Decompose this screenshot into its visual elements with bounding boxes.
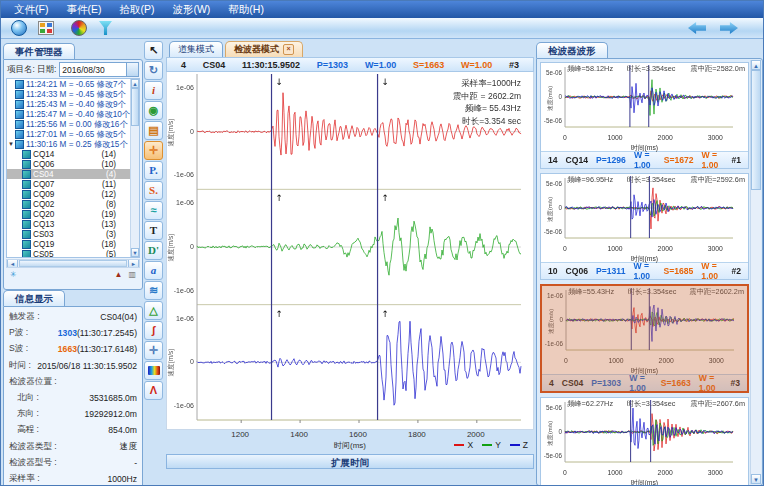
detector-item[interactable]: CQ19(18) — [7, 239, 130, 249]
detector-card[interactable]: 频峰=58.12Hz时长=3.354sec震中距=2582.0m5e-060-5… — [540, 62, 749, 169]
detector-count: (11) — [102, 180, 116, 189]
crosshair-tool-button[interactable]: ✛ — [144, 341, 163, 360]
info-row: P波 :1303(11:30:17.2545) — [7, 325, 139, 341]
x-tick-label: 0 — [563, 245, 567, 252]
tab-gather-mode[interactable]: 道集模式 — [169, 41, 223, 57]
menu-item-help[interactable]: 帮助(H) — [219, 1, 273, 18]
filter-icon — [99, 21, 112, 35]
menu-item-file[interactable]: 文件(F) — [5, 1, 57, 18]
multitrace-tool-button[interactable]: ≋ — [144, 281, 163, 300]
d-phase-tool-button[interactable]: D' — [144, 241, 163, 260]
wiggle-tool-button[interactable]: ≈ — [144, 201, 163, 220]
rotate-tool-button[interactable]: ↻ — [144, 61, 163, 80]
detector-item[interactable]: CQ14(14) — [7, 149, 130, 159]
y-axis-label: 速度(m/s) — [167, 112, 176, 152]
print-tool-button[interactable]: ▤ — [144, 121, 163, 140]
detector-panel-scrollbar[interactable]: ▲ ▼ — [750, 60, 761, 484]
detector-item[interactable]: CQ02(8) — [7, 199, 130, 209]
event-tree-item[interactable]: 11:27:01 M = -0.65 修改5个 — [7, 129, 130, 139]
close-icon[interactable]: × — [283, 44, 294, 55]
status-refresh-icon[interactable]: ✳ — [10, 270, 17, 279]
collapse-caret-icon[interactable]: ▼ — [7, 141, 15, 147]
event-tree-item[interactable]: ▼11:30:16 M = 0.25 修改15个 — [7, 139, 130, 149]
trace-header-bar: 4CS0411:30:15.9502P=1303W=1.00S=1663W=1.… — [166, 57, 534, 72]
x-axis-ticks: 12001400160018002000 — [166, 430, 534, 440]
detector-item[interactable]: CQ06(10) — [7, 159, 130, 169]
status-delete-icon[interactable]: ▥ — [128, 270, 136, 279]
annotation-line: 频峰= 55.43Hz — [453, 102, 521, 115]
event-tree-item[interactable]: 11:25:43 M = -0.40 修改9个 — [7, 99, 130, 109]
pick-tool-button[interactable]: ✛ — [144, 141, 163, 160]
forward-arrow-button[interactable] — [720, 21, 740, 35]
scrollbar-thumb[interactable] — [131, 88, 139, 126]
event-tree-item[interactable]: 11:25:56 M = 0.00 修改16个 — [7, 119, 130, 129]
horizontal-scrollbar[interactable]: ◄ ► — [6, 259, 140, 268]
hscrollbar-thumb[interactable] — [19, 260, 127, 267]
trace-chart[interactable]: 采样率=1000Hz震中距 = 2602.2m频峰= 55.43Hz时长=3.3… — [166, 72, 534, 430]
detector-card[interactable]: 频峰=55.43Hz时长=3.354sec震中距=2602.2m1e-060-1… — [540, 284, 749, 393]
scroll-down-icon[interactable]: ▼ — [131, 248, 139, 257]
peak-tool-button[interactable]: △ — [144, 301, 163, 320]
detector-item[interactable]: CQ07(11) — [7, 179, 130, 189]
back-arrow-button[interactable] — [688, 21, 708, 35]
info-display-tab[interactable]: 信息显示 — [3, 290, 65, 306]
detector-item[interactable]: CQ20(19) — [7, 209, 130, 219]
event-tree-item[interactable]: 11:24:21 M = -0.65 修改7个 — [7, 79, 130, 89]
expand-time-button[interactable]: 扩展时间 — [166, 454, 534, 469]
event-tree-item[interactable]: 11:25:47 M = -0.40 修改10个 — [7, 109, 130, 119]
spectrogram-tool-button[interactable] — [144, 361, 163, 380]
scroll-left-icon[interactable]: ◄ — [7, 260, 18, 267]
detector-item[interactable]: CS05(5) — [7, 249, 130, 258]
colorwheel-button[interactable] — [66, 19, 91, 38]
curve-tool-button[interactable]: ʃ — [144, 321, 163, 340]
s-phase-tool-icon: S. — [149, 185, 158, 196]
detector-name: CQ20 — [33, 210, 54, 219]
tab-label: 检波器模式 — [234, 43, 279, 56]
wiggle-tool-icon: ≈ — [150, 205, 156, 216]
grid-button[interactable] — [33, 19, 58, 38]
scroll-down-icon[interactable]: ▼ — [751, 474, 761, 484]
tab-detector-mode[interactable]: 检波器模式× — [225, 41, 303, 57]
s-phase-tool-button[interactable]: S. — [144, 181, 163, 200]
filter-button[interactable] — [93, 19, 118, 38]
info-label: 检波器位置 : — [9, 376, 57, 388]
event-tree-item[interactable]: 11:24:33 M = -0.45 修改5个 — [7, 89, 130, 99]
info-label: 高程 : — [9, 424, 39, 436]
p-phase-tool-button[interactable]: P. — [144, 161, 163, 180]
info-value: - — [134, 458, 137, 468]
status-export-icon[interactable]: ▲ — [115, 270, 123, 279]
detector-item[interactable]: CS04(4) — [7, 169, 130, 179]
event-icon — [15, 120, 24, 129]
menu-item-event[interactable]: 事件(E) — [57, 1, 110, 18]
detector-count: (18) — [101, 240, 116, 249]
annotation-tool-button[interactable]: a — [144, 261, 163, 280]
detector-card[interactable]: 频峰=96.95Hz时长=3.354sec震中距=2592.6m5e-060-5… — [540, 173, 749, 280]
detector-item[interactable]: CS03(3) — [7, 229, 130, 239]
scroll-up-icon[interactable]: ▲ — [131, 79, 139, 88]
menu-item-pick[interactable]: 拾取(P) — [110, 1, 163, 18]
scrollbar-thumb[interactable] — [751, 70, 761, 190]
detector-waveforms-tab[interactable]: 检波器波形 — [536, 42, 608, 58]
info-value: 速度 — [120, 441, 137, 453]
info-tool-button[interactable]: i — [144, 81, 163, 100]
cursor-tool-button[interactable]: ↖ — [144, 41, 163, 60]
text-tool-button[interactable]: T — [144, 221, 163, 240]
scroll-right-icon[interactable]: ► — [128, 260, 139, 267]
detector-card[interactable]: 频峰=62.27Hz时长=3.354sec震中距=2607.6m5e-060-5… — [540, 397, 749, 486]
chevron-down-icon[interactable] — [126, 63, 138, 76]
amplitude-tool-button[interactable]: Λ — [144, 381, 163, 400]
d-phase-tool-icon: D' — [148, 245, 159, 256]
globe-button[interactable] — [6, 19, 31, 38]
x-tick-label: 0 — [564, 357, 568, 364]
event-list-scrollbar[interactable]: ▲ ▼ — [130, 79, 139, 257]
location-pin-button[interactable]: ◉ — [144, 101, 163, 120]
date-select[interactable]: 2016/08/30 — [59, 62, 139, 77]
x-tick-label: 0 — [563, 134, 567, 141]
detector-item[interactable]: CQ13(13) — [7, 219, 130, 229]
info-value: (11:30:17.6148) — [77, 344, 137, 354]
detector-item[interactable]: CQ09(12) — [7, 189, 130, 199]
menu-item-wave[interactable]: 波形(W) — [163, 1, 219, 18]
x-axis-label: 时间(ms) — [334, 440, 366, 451]
event-manager-tab[interactable]: 事件管理器 — [3, 43, 75, 59]
scroll-up-icon[interactable]: ▲ — [751, 60, 761, 70]
